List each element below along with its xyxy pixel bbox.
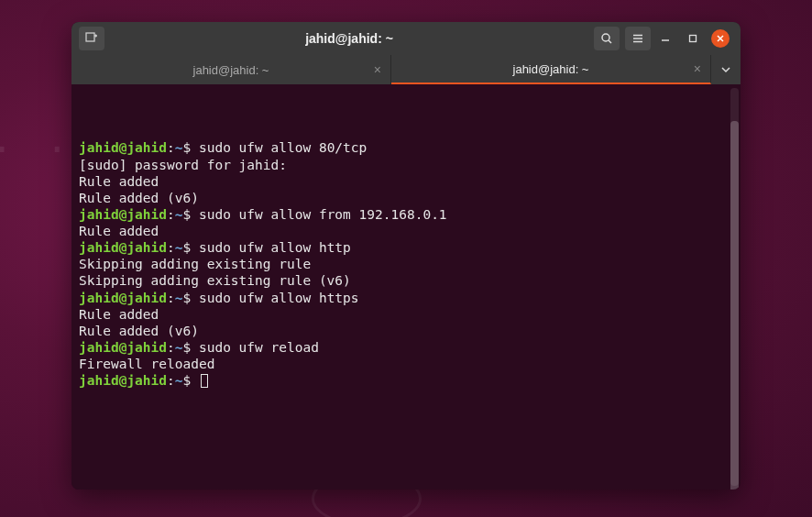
command-line: jahid@jahid:~$ sudo ufw allow 80/tcp [79, 139, 733, 156]
prompt-sep: : [167, 207, 175, 222]
prompt-path: ~ [175, 373, 183, 388]
prompt-symbol: $ [183, 340, 192, 355]
close-button[interactable] [711, 29, 730, 48]
svg-rect-0 [86, 33, 94, 41]
command-text: sudo ufw reload [191, 340, 319, 355]
minimize-icon [661, 34, 670, 43]
prompt-path: ~ [175, 240, 183, 255]
prompt-user: jahid@jahid [79, 340, 167, 355]
command-line: jahid@jahid:~$ sudo ufw allow http [79, 239, 733, 256]
prompt-symbol: $ [183, 240, 192, 255]
prompt-sep: : [167, 240, 175, 255]
search-button[interactable] [594, 27, 620, 50]
command-line: jahid@jahid:~$ sudo ufw reload [79, 339, 733, 356]
output-line: [sudo] password for jahid: [79, 157, 733, 173]
maximize-button[interactable] [684, 29, 702, 48]
minimize-button[interactable] [656, 29, 675, 48]
terminal-output[interactable]: jahid@jahid:~$ sudo ufw allow 80/tcp[sud… [71, 84, 741, 490]
command-line: jahid@jahid:~$ sudo ufw allow from 192.1… [79, 206, 733, 223]
command-line: jahid@jahid:~$ sudo ufw allow https [79, 290, 733, 306]
hamburger-icon [631, 32, 644, 45]
new-tab-button[interactable] [79, 27, 104, 50]
new-tab-icon [85, 32, 98, 45]
chevron-down-icon [721, 65, 730, 74]
command-text: sudo ufw allow 80/tcp [191, 140, 367, 155]
prompt-user: jahid@jahid [79, 373, 167, 388]
prompt-path: ~ [175, 340, 183, 355]
prompt-sep: : [167, 373, 175, 388]
svg-rect-9 [690, 36, 697, 42]
command-text: sudo ufw allow http [191, 240, 351, 255]
titlebar: jahid@jahid: ~ [71, 22, 741, 55]
scrollbar[interactable] [730, 88, 739, 486]
prompt-symbol: $ [183, 373, 192, 388]
maximize-icon [688, 34, 697, 43]
prompt-user: jahid@jahid [79, 207, 167, 222]
menu-button[interactable] [625, 27, 651, 50]
tab-label: jahid@jahid: ~ [193, 63, 269, 77]
window-title: jahid@jahid: ~ [110, 31, 588, 46]
tab-active[interactable]: jahid@jahid: ~ × [391, 55, 711, 84]
prompt-symbol: $ [183, 140, 192, 155]
svg-line-4 [609, 40, 611, 43]
output-line: Rule added [79, 223, 733, 239]
scrollbar-thumb[interactable] [730, 121, 739, 490]
prompt-sep: : [167, 340, 175, 355]
search-icon [600, 32, 613, 45]
tab-inactive[interactable]: jahid@jahid: ~ × [71, 55, 391, 84]
prompt-sep: : [167, 291, 175, 305]
tab-label: jahid@jahid: ~ [513, 62, 589, 76]
tab-bar: jahid@jahid: ~ × jahid@jahid: ~ × [71, 55, 741, 84]
svg-point-3 [602, 34, 609, 41]
output-line: Rule added (v6) [79, 190, 733, 206]
prompt-symbol: $ [183, 207, 192, 222]
cursor [201, 374, 208, 388]
command-line: jahid@jahid:~$ [79, 372, 733, 389]
prompt-path: ~ [175, 140, 183, 155]
tab-close-button[interactable]: × [694, 61, 701, 76]
window-controls [656, 29, 733, 48]
output-line: Skipping adding existing rule (v6) [79, 272, 733, 289]
tab-menu-button[interactable] [711, 55, 741, 84]
close-icon [716, 34, 725, 43]
output-line: Rule added [79, 173, 733, 190]
terminal-window: jahid@jahid: ~ [71, 22, 741, 490]
prompt-user: jahid@jahid [79, 240, 167, 255]
prompt-sep: : [167, 140, 175, 155]
output-line: Rule added [79, 306, 733, 323]
output-line: Firewall reloaded [79, 356, 733, 372]
prompt-symbol: $ [183, 291, 192, 305]
prompt-path: ~ [175, 291, 183, 305]
command-text: sudo ufw allow from 192.168.0.1 [191, 207, 446, 222]
prompt-user: jahid@jahid [79, 140, 167, 155]
prompt-path: ~ [175, 207, 183, 222]
prompt-user: jahid@jahid [79, 291, 167, 305]
command-text: sudo ufw allow https [191, 291, 358, 305]
command-text [191, 373, 199, 388]
output-line: Rule added (v6) [79, 323, 733, 339]
tab-close-button[interactable]: × [374, 62, 381, 77]
output-line: Skipping adding existing rule [79, 256, 733, 272]
